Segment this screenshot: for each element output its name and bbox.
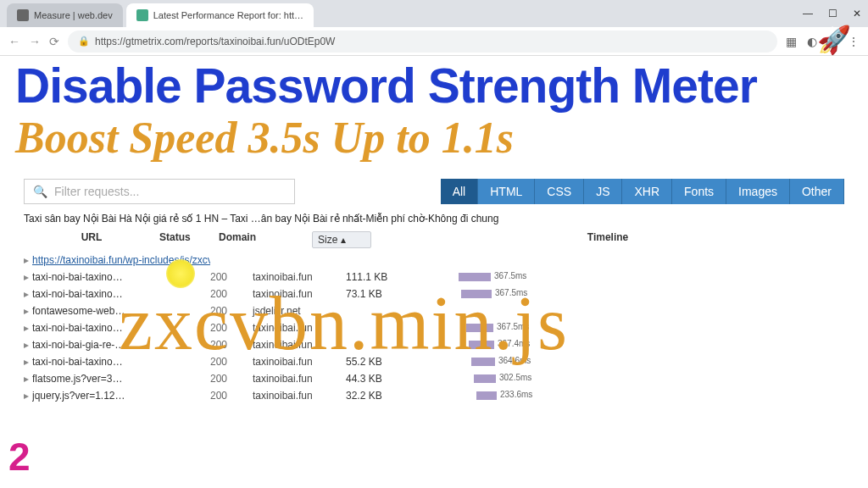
table-row[interactable]: ▸fontawesome-web…200jsdelivr.net [24, 302, 844, 319]
cell-url: flatsome.js?ver=3… [32, 373, 210, 385]
window-controls: — ☐ ✕ [803, 8, 861, 19]
cell-domain: taxinoibai.fun [253, 390, 346, 402]
cell-size: 73.1 KB [346, 288, 405, 300]
reload-button[interactable]: ⟳ [49, 35, 59, 48]
table-row[interactable]: ▸https://taxinoibai.fun/wp-includes/js/z… [24, 252, 844, 269]
lock-icon: 🔒 [78, 36, 90, 47]
cell-status: 200 [210, 305, 253, 317]
expand-icon[interactable]: ▸ [24, 271, 32, 283]
url-input[interactable]: 🔒 https://gtmetrix.com/reports/taxinoiba… [68, 30, 777, 53]
cell-status: 200 [210, 322, 253, 334]
back-button[interactable]: ← [8, 35, 20, 48]
filter-tab-xhr[interactable]: XHR [622, 179, 672, 204]
cell-url: fontawesome-web… [32, 305, 210, 317]
cell-timeline [405, 305, 844, 317]
cell-status: 200 [210, 373, 253, 385]
cell-status: 200 [210, 288, 253, 300]
cell-url: taxi-noi-bai-taxino… [32, 288, 210, 300]
cell-status: 200 [210, 356, 253, 368]
col-url[interactable]: URL [24, 231, 159, 248]
maximize-button[interactable]: ☐ [828, 8, 837, 19]
filter-tab-images[interactable]: Images [726, 179, 790, 204]
window-titlebar: Measure | web.dev Latest Performance Rep… [0, 0, 868, 27]
cell-url: taxi-noi-bai-taxino… [32, 322, 210, 334]
cell-timeline: 367.4ms [405, 339, 844, 351]
expand-icon[interactable]: ▸ [24, 305, 32, 317]
filter-tab-other[interactable]: Other [790, 179, 844, 204]
cell-domain: taxinoibai.fun [253, 322, 346, 334]
filter-tab-html[interactable]: HTML [478, 179, 535, 204]
forward-button[interactable]: → [29, 35, 41, 48]
browser-tab-1[interactable]: Measure | web.dev [7, 3, 123, 27]
filter-tab-fonts[interactable]: Fonts [672, 179, 726, 204]
cell-domain: taxinoibai.fun [253, 356, 346, 368]
headline-text: Disable Password Strength Meter [15, 63, 853, 108]
episode-badge: 2 [8, 434, 31, 480]
cell-domain: taxinoibai.fun [253, 271, 346, 283]
search-icon: 🔍 [33, 185, 47, 198]
expand-icon[interactable]: ▸ [24, 390, 32, 402]
expand-icon[interactable]: ▸ [24, 339, 32, 351]
col-size[interactable]: Size ▴ [312, 231, 371, 248]
table-row[interactable]: ▸taxi-noi-bai-taxino…200taxinoibai.fun55… [24, 353, 844, 370]
table-row[interactable]: ▸jquery.js?ver=1.12…200taxinoibai.fun32.… [24, 387, 844, 404]
cell-domain: taxinoibai.fun [253, 339, 346, 351]
cell-size: 55.2 KB [346, 356, 405, 368]
close-button[interactable]: ✕ [853, 8, 861, 19]
tab-label: Measure | web.dev [34, 10, 113, 20]
minimize-button[interactable]: — [803, 8, 813, 19]
filter-placeholder: Filter requests... [54, 185, 139, 198]
cell-url: jquery.js?ver=1.12… [32, 390, 210, 402]
expand-icon[interactable]: ▸ [24, 288, 32, 300]
expand-icon[interactable]: ▸ [24, 254, 32, 266]
rocket-icon: 🚀 [817, 24, 851, 56]
filter-row: 🔍 Filter requests... All HTML CSS JS XHR… [24, 179, 844, 204]
col-status[interactable]: Status [159, 231, 219, 248]
tab-favicon [17, 9, 29, 21]
requests-panel: 🔍 Filter requests... All HTML CSS JS XHR… [15, 174, 853, 409]
table-row[interactable]: ▸taxi-noi-bai-taxino…200taxinoibai.fun73… [24, 286, 844, 302]
expand-icon[interactable]: ▸ [24, 373, 32, 385]
ext-icon[interactable]: ◐ [807, 35, 817, 48]
cell-url: taxi-noi-bai-taxino… [32, 356, 210, 368]
page-caption: Taxi sân bay Nội Bài Hà Nội giá rẻ số 1 … [24, 209, 844, 228]
table-row[interactable]: ▸taxi-noi-bai-taxino…200taxinoibai.fun11… [24, 269, 844, 286]
cell-timeline: 233.6ms [405, 390, 844, 402]
cell-timeline [405, 254, 844, 266]
cell-domain: taxinoibai.fun [253, 373, 346, 385]
cell-timeline: 367.5ms [405, 288, 844, 300]
address-bar: ← → ⟳ 🔒 https://gtmetrix.com/reports/tax… [0, 27, 868, 56]
cell-timeline: 302.5ms [405, 373, 844, 385]
cell-size: 44.3 KB [346, 373, 405, 385]
url-text: https://gtmetrix.com/reports/taxinoibai.… [95, 36, 335, 47]
cell-status: 200 [210, 271, 253, 283]
tab-label: Latest Performance Report for: htt… [153, 10, 303, 20]
cell-timeline: 367.5ms [405, 322, 844, 334]
filter-tab-js[interactable]: JS [584, 179, 622, 204]
cell-timeline: 364.6ms [405, 356, 844, 368]
expand-icon[interactable]: ▸ [24, 322, 32, 334]
cell-status: 200 [210, 390, 253, 402]
col-domain[interactable]: Domain [219, 231, 312, 248]
browser-tab-2[interactable]: Latest Performance Report for: htt… [126, 3, 314, 27]
table-row[interactable]: ▸flatsome.js?ver=3…200taxinoibai.fun44.3… [24, 370, 844, 387]
table-row[interactable]: ▸taxi-noi-bai-gia-re-…200taxinoibai.fun3… [24, 336, 844, 353]
cell-timeline: 367.5ms [405, 271, 844, 283]
filter-input[interactable]: 🔍 Filter requests... [24, 179, 295, 204]
tab-favicon [136, 9, 148, 21]
cell-size: 32.2 KB [346, 390, 405, 402]
table-row[interactable]: ▸taxi-noi-bai-taxino…200taxinoibai.fun36… [24, 319, 844, 336]
col-timeline[interactable]: Timeline [371, 231, 844, 248]
filter-tab-css[interactable]: CSS [535, 179, 584, 204]
table-body: ▸https://taxinoibai.fun/wp-includes/js/z… [24, 252, 844, 404]
ext-icon[interactable]: ▦ [786, 35, 797, 48]
filter-tabs: All HTML CSS JS XHR Fonts Images Other [441, 179, 844, 204]
cell-url: taxi-noi-bai-gia-re-… [32, 339, 210, 351]
cell-status: 200 [210, 339, 253, 351]
cell-domain: jsdelivr.net [253, 305, 346, 317]
cursor-highlight [166, 259, 195, 288]
expand-icon[interactable]: ▸ [24, 356, 32, 368]
filter-tab-all[interactable]: All [441, 179, 479, 204]
page-content: Disable Password Strength Meter Boost Sp… [0, 56, 868, 409]
subheadline-text: Boost Speed 3.5s Up to 1.1s [15, 114, 853, 162]
